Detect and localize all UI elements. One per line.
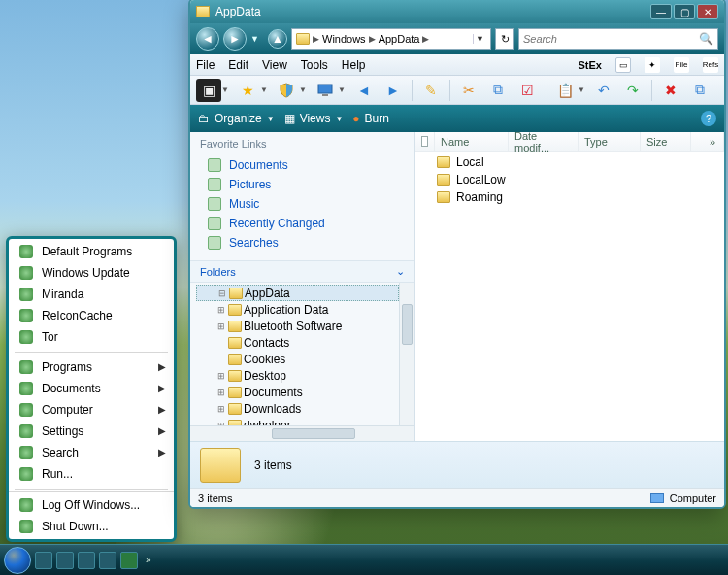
cut-icon[interactable]: ✂: [456, 79, 481, 102]
taskbar-overflow[interactable]: »: [142, 555, 155, 565]
tree-node[interactable]: Contacts: [196, 334, 399, 351]
favorite-link[interactable]: Music: [190, 194, 414, 214]
favorite-link[interactable]: Recently Changed: [190, 214, 414, 233]
ext-btn-1[interactable]: ▭: [615, 57, 631, 73]
tree-vscrollbar[interactable]: [399, 283, 414, 425]
search-box[interactable]: 🔍: [518, 28, 718, 50]
taskbar-button[interactable]: [120, 552, 138, 569]
col-name[interactable]: Name: [435, 132, 509, 151]
expand-toggle[interactable]: ⊞: [215, 404, 226, 414]
tree-hscrollbar[interactable]: [190, 425, 414, 441]
redo-icon[interactable]: ↷: [620, 79, 645, 102]
copy-icon[interactable]: ⧉: [485, 79, 511, 102]
burn-button[interactable]: ● Burn: [352, 112, 389, 125]
views-button[interactable]: ▦ Views▼: [284, 112, 344, 125]
ext-btn-2[interactable]: ✦: [645, 57, 660, 73]
forward-button[interactable]: ►: [223, 27, 247, 51]
start-item[interactable]: Search▶: [9, 442, 174, 463]
undo-icon[interactable]: ↶: [591, 79, 616, 102]
organize-button[interactable]: 🗀 Organize▼: [198, 112, 275, 125]
start-item[interactable]: Documents▶: [9, 378, 174, 399]
history-dropdown[interactable]: ▼: [250, 34, 264, 44]
tree-node[interactable]: ⊞Documents: [196, 384, 399, 400]
check-icon[interactable]: ☑: [514, 79, 540, 102]
monitor-icon[interactable]: [313, 79, 338, 102]
taskbar-button[interactable]: [99, 552, 116, 569]
folder-tree[interactable]: ⊟AppData⊞Application Data⊞Bluetooth Soft…: [190, 283, 399, 425]
favorite-link[interactable]: Searches: [190, 233, 414, 253]
menu-tools[interactable]: Tools: [301, 58, 328, 72]
taskbar-button[interactable]: [78, 552, 95, 569]
menu-help[interactable]: Help: [342, 58, 366, 72]
refresh-button[interactable]: ↻: [495, 28, 514, 50]
nav-fwd-icon[interactable]: ►: [381, 79, 406, 102]
file-row[interactable]: Roaming: [415, 188, 724, 206]
stex-label[interactable]: StEx: [579, 59, 602, 71]
maximize-button[interactable]: ▢: [674, 4, 695, 19]
address-bar[interactable]: ▶ Windows ▶ AppData ▶ ▼: [291, 28, 491, 50]
start-item[interactable]: ReIconCache: [9, 305, 174, 326]
address-dropdown[interactable]: ▼: [473, 34, 486, 44]
start-orb[interactable]: [4, 547, 31, 574]
close-button[interactable]: ✕: [697, 4, 718, 19]
start-item[interactable]: Shut Down...: [9, 516, 174, 537]
file-row[interactable]: Local: [415, 153, 724, 171]
expand-toggle[interactable]: ⊞: [215, 321, 226, 331]
tree-node[interactable]: ⊞dwhelper: [196, 417, 399, 425]
menu-edit[interactable]: Edit: [228, 58, 248, 72]
help-button[interactable]: ?: [701, 111, 716, 126]
start-item[interactable]: Log Off Windows...: [9, 494, 174, 516]
select-all-checkbox[interactable]: [421, 136, 428, 147]
favorites-icon[interactable]: ★: [235, 79, 260, 102]
start-item[interactable]: Programs▶: [9, 356, 174, 378]
start-item[interactable]: Computer▶: [9, 399, 174, 421]
breadcrumb-seg[interactable]: AppData: [379, 33, 420, 45]
delete-icon[interactable]: ✖: [658, 79, 683, 102]
edit-icon[interactable]: ✎: [418, 79, 444, 102]
up-button[interactable]: ▲: [268, 29, 287, 49]
shield-icon[interactable]: [274, 79, 299, 102]
expand-toggle[interactable]: ⊞: [215, 388, 226, 397]
tree-node[interactable]: ⊟AppData: [196, 285, 399, 301]
tree-node[interactable]: Cookies: [196, 351, 399, 367]
expand-toggle[interactable]: ⊞: [215, 305, 226, 315]
start-item[interactable]: Tor: [9, 326, 174, 348]
taskbar[interactable]: »: [0, 544, 728, 575]
taskbar-button[interactable]: [35, 552, 52, 569]
search-input[interactable]: [523, 33, 699, 45]
menu-view[interactable]: View: [262, 58, 287, 72]
tree-node[interactable]: ⊞Application Data: [196, 301, 399, 318]
titlebar[interactable]: AppData — ▢ ✕: [190, 0, 724, 23]
col-more[interactable]: »: [691, 132, 724, 151]
file-row[interactable]: LocalLow: [415, 171, 724, 188]
nav-back-icon[interactable]: ◄: [351, 79, 377, 102]
ext-btn-4[interactable]: Refs: [703, 57, 718, 73]
menu-file[interactable]: File: [196, 58, 215, 72]
col-type[interactable]: Type: [579, 132, 641, 151]
minimize-button[interactable]: —: [650, 4, 672, 19]
start-item[interactable]: Windows Update: [9, 262, 174, 284]
paste-icon[interactable]: 📋: [552, 79, 578, 102]
tree-node[interactable]: ⊞Downloads: [196, 400, 399, 417]
start-item[interactable]: Settings▶: [9, 421, 174, 442]
column-headers[interactable]: Name Date modif... Type Size »: [415, 132, 724, 152]
col-size[interactable]: Size: [641, 132, 691, 151]
tree-node[interactable]: ⊞Bluetooth Software: [196, 318, 399, 334]
expand-toggle[interactable]: ⊞: [215, 371, 226, 381]
favorite-link[interactable]: Documents: [190, 155, 414, 175]
taskbar-button[interactable]: [56, 552, 74, 569]
start-item[interactable]: Run...: [9, 463, 174, 485]
console-icon[interactable]: ▣: [196, 79, 221, 102]
breadcrumb-seg[interactable]: Windows: [322, 33, 366, 45]
back-button[interactable]: ◄: [196, 27, 219, 51]
folders-header[interactable]: Folders ⌄: [190, 260, 414, 283]
search-icon[interactable]: 🔍: [699, 32, 713, 46]
start-item[interactable]: Default Programs: [9, 241, 174, 262]
expand-toggle[interactable]: ⊟: [216, 288, 227, 298]
start-item[interactable]: Miranda: [9, 284, 174, 305]
ext-btn-3[interactable]: File: [674, 57, 689, 73]
tree-node[interactable]: ⊞Desktop: [196, 367, 399, 384]
chevron-down-icon[interactable]: ⌄: [396, 265, 405, 278]
favorite-link[interactable]: Pictures: [190, 175, 414, 194]
col-date[interactable]: Date modif...: [509, 132, 579, 151]
